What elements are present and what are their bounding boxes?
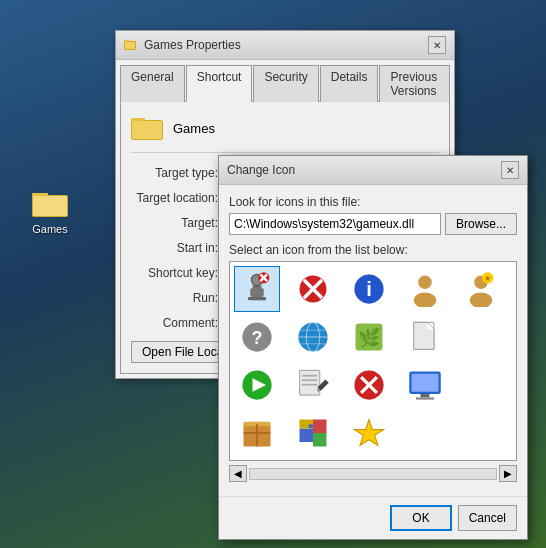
svg-point-22 [418, 276, 432, 290]
file-path-input[interactable] [229, 213, 441, 235]
svg-rect-65 [309, 424, 314, 429]
svg-text:★: ★ [484, 274, 491, 283]
change-icon-dialog: Change Icon ✕ Look for icons in this fil… [218, 155, 528, 540]
svg-point-25 [470, 292, 493, 307]
browse-button[interactable]: Browse... [445, 213, 517, 235]
icon-cell-15[interactable] [458, 362, 504, 408]
scroll-left-button[interactable]: ◀ [229, 465, 247, 482]
icon-cell-7[interactable] [290, 314, 336, 360]
target-label: Target: [131, 213, 226, 233]
svg-text:🌿: 🌿 [358, 327, 381, 349]
scroll-right-button[interactable]: ▶ [499, 465, 517, 482]
dialog-content: Look for icons in this file: Browse... S… [219, 185, 527, 496]
tab-shortcut[interactable]: Shortcut [186, 65, 253, 102]
icon-cell-5[interactable]: ★ [458, 266, 504, 312]
icon-cell-9[interactable] [402, 314, 448, 360]
start-in-label: Start in: [131, 238, 226, 258]
icon-cell-6[interactable]: ? [234, 314, 280, 360]
games-folder-icon [32, 185, 68, 221]
icon-grid: i ★ [234, 266, 512, 456]
svg-rect-49 [302, 384, 318, 386]
svg-point-23 [414, 292, 437, 307]
target-type-label: Target type: [131, 163, 226, 183]
close-button[interactable]: ✕ [428, 36, 446, 54]
select-icon-label: Select an icon from the list below: [229, 243, 517, 257]
icon-cell-18[interactable] [346, 410, 392, 456]
ok-button[interactable]: OK [390, 505, 451, 531]
svg-text:?: ? [252, 328, 263, 348]
scroll-track[interactable] [249, 468, 497, 480]
desktop-games-icon[interactable]: Games [20, 185, 80, 235]
icon-cell-14[interactable] [402, 362, 448, 408]
properties-title-icon [124, 38, 138, 52]
svg-rect-9 [132, 121, 162, 139]
window-controls[interactable]: ✕ [428, 36, 446, 54]
comment-label: Comment: [131, 313, 226, 333]
icon-cell-4[interactable] [402, 266, 448, 312]
dialog-close-button[interactable]: ✕ [501, 161, 519, 179]
icon-cell-11[interactable] [234, 362, 280, 408]
cancel-button[interactable]: Cancel [458, 505, 517, 531]
svg-rect-46 [300, 370, 320, 395]
icon-cell-3[interactable]: i [346, 266, 392, 312]
run-label: Run: [131, 288, 226, 308]
app-name-label: Games [173, 121, 215, 136]
tab-general[interactable]: General [120, 65, 185, 102]
svg-rect-48 [302, 379, 318, 381]
icon-cell-13[interactable] [346, 362, 392, 408]
scrollbar-area: ◀ ▶ [229, 465, 517, 482]
dialog-title-text: Change Icon [227, 163, 295, 177]
icon-cell-10[interactable] [458, 314, 504, 360]
properties-title-text: Games Properties [144, 38, 241, 52]
svg-rect-13 [248, 297, 266, 300]
tab-security[interactable]: Security [253, 65, 318, 102]
svg-rect-6 [125, 42, 135, 49]
games-icon-label: Games [32, 223, 67, 235]
dialog-footer: OK Cancel [219, 496, 527, 539]
svg-rect-54 [412, 374, 439, 392]
icon-cell-17[interactable] [290, 410, 336, 456]
svg-rect-3 [33, 196, 67, 216]
tab-details[interactable]: Details [320, 65, 379, 102]
svg-rect-61 [300, 429, 314, 443]
icon-cell-2[interactable] [290, 266, 336, 312]
icon-cell-8[interactable]: 🌿 [346, 314, 392, 360]
app-icon-large [131, 112, 163, 144]
properties-titlebar: Games Properties ✕ [116, 31, 454, 60]
tab-previous-versions[interactable]: Previous Versions [379, 65, 450, 102]
app-header: Games [131, 112, 439, 153]
icon-cell-12[interactable] [290, 362, 336, 408]
target-location-label: Target location: [131, 188, 226, 208]
icon-cell-16[interactable] [234, 410, 280, 456]
svg-text:i: i [366, 278, 372, 300]
icon-cell-1[interactable] [234, 266, 280, 312]
shortcut-key-label: Shortcut key: [131, 263, 226, 283]
svg-rect-11 [253, 286, 262, 288]
svg-rect-63 [313, 433, 327, 447]
svg-rect-56 [416, 397, 434, 399]
icon-grid-container: i ★ [229, 261, 517, 461]
svg-rect-47 [302, 375, 318, 377]
tab-bar: General Shortcut Security Details Previo… [116, 60, 454, 101]
dialog-titlebar: Change Icon ✕ [219, 156, 527, 185]
svg-rect-62 [313, 420, 327, 434]
svg-rect-12 [250, 288, 264, 297]
file-row: Browse... [229, 213, 517, 235]
svg-rect-55 [421, 394, 430, 397]
look-for-label: Look for icons in this file: [229, 195, 517, 209]
